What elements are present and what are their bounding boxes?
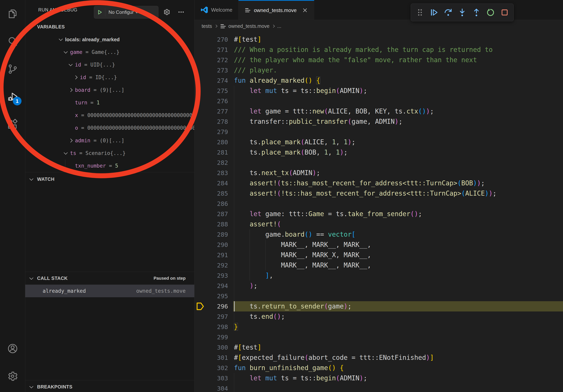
glyph-margin[interactable] (194, 363, 205, 373)
glyph-margin[interactable] (194, 312, 205, 322)
step-over-button[interactable] (443, 7, 453, 18)
glyph-margin[interactable] (194, 137, 205, 147)
glyph-margin[interactable] (194, 75, 205, 86)
continue-button[interactable] (429, 7, 439, 18)
code-line-295[interactable]: 295 (194, 291, 563, 301)
breakpoints-section-header[interactable]: BREAKPOINTS (25, 380, 194, 392)
glyph-margin[interactable] (194, 127, 205, 137)
code-line-276[interactable]: 276 (194, 96, 563, 106)
code-line-297[interactable]: 297 ts.end(); (194, 312, 563, 322)
variables-section-header[interactable]: VARIABLES (25, 21, 194, 33)
glyph-margin[interactable] (194, 229, 205, 240)
variable-row-admin[interactable]: admin = (0)[...] (25, 134, 194, 147)
tab-welcome[interactable]: Welcome (194, 0, 239, 20)
variable-row-id[interactable]: id = UID{...} (25, 58, 194, 71)
code-line-272[interactable]: 272/// the player who made the "false" m… (194, 55, 563, 65)
watch-section-header[interactable]: WATCH (25, 173, 194, 185)
code-line-300[interactable]: 300#[test] (194, 342, 563, 353)
code-line-270[interactable]: 270#[test] (194, 34, 563, 45)
code-line-283[interactable]: 283 ts.next_tx(ADMIN); (194, 168, 563, 178)
drag-handle-button[interactable] (415, 7, 425, 18)
glyph-margin[interactable] (194, 240, 205, 250)
breadcrumb-item[interactable]: ... (277, 23, 281, 29)
glyph-margin[interactable] (194, 270, 205, 281)
debug-configuration-dropdown[interactable]: No Configur (94, 6, 158, 19)
debug-settings-gear-button[interactable] (162, 6, 171, 19)
variable-row-turn[interactable]: turn = 1 (25, 96, 194, 109)
glyph-margin[interactable] (194, 353, 205, 363)
code-line-275[interactable]: 275 let mut ts = ts::begin(ADMIN); (194, 86, 563, 96)
code-line-284[interactable]: 284 assert!(ts::has_most_recent_for_addr… (194, 178, 563, 188)
glyph-margin[interactable] (194, 147, 205, 157)
tree-twisty-down-icon[interactable] (69, 63, 73, 66)
activity-bar-item-accounts[interactable] (0, 335, 25, 362)
code-line-298[interactable]: 298} (194, 322, 563, 332)
code-line-274[interactable]: 274fun already_marked() { (194, 75, 563, 86)
activity-bar-item-search[interactable] (0, 28, 25, 55)
tab-owned-tests-move[interactable]: owned_tests.move (239, 0, 314, 20)
glyph-margin[interactable] (194, 198, 205, 209)
tree-twisty-right-icon[interactable] (74, 76, 77, 79)
glyph-margin[interactable] (194, 106, 205, 117)
glyph-margin[interactable] (194, 332, 205, 342)
glyph-margin[interactable] (194, 117, 205, 127)
tree-twisty-down-icon[interactable] (64, 152, 68, 155)
glyph-margin[interactable] (194, 342, 205, 353)
code-line-286[interactable]: 286 (194, 198, 563, 209)
activity-bar-item-manage[interactable] (0, 362, 25, 390)
tree-twisty-down-icon[interactable] (59, 38, 63, 41)
glyph-margin[interactable] (194, 209, 205, 219)
glyph-margin[interactable] (194, 45, 205, 55)
glyph-margin[interactable] (194, 373, 205, 383)
glyph-margin[interactable] (194, 383, 205, 392)
activity-bar-item-explorer[interactable] (0, 0, 25, 28)
code-line-277[interactable]: 277 let game = ttt::new(ALICE, BOB, KEY,… (194, 106, 563, 117)
glyph-margin[interactable] (194, 65, 205, 75)
code-line-280[interactable]: 280 ts.place_mark(ALICE, 1, 1); (194, 137, 563, 147)
code-line-285[interactable]: 285 assert!(!ts::has_most_recent_for_add… (194, 188, 563, 198)
code-line-304[interactable]: 304 (194, 383, 563, 392)
views-more-actions-button[interactable] (176, 6, 186, 19)
step-out-button[interactable] (471, 7, 482, 18)
code-line-293[interactable]: 293 ], (194, 270, 563, 281)
glyph-margin[interactable] (194, 291, 205, 301)
call-stack-section-header[interactable]: CALL STACK Paused on step (25, 272, 194, 285)
code-line-291[interactable]: 291 MARK__, MARK_X, MARK__, (194, 250, 563, 260)
code-line-288[interactable]: 288 assert!( (194, 219, 563, 229)
activity-bar-item-extensions[interactable] (0, 111, 25, 138)
glyph-margin[interactable] (194, 96, 205, 106)
glyph-margin[interactable] (194, 188, 205, 198)
code-line-296[interactable]: 296 ts.return_to_sender(game); (194, 301, 563, 312)
glyph-margin[interactable] (194, 157, 205, 168)
glyph-margin[interactable] (194, 281, 205, 291)
code-line-289[interactable]: 289 game.board() == vector[ (194, 229, 563, 240)
variable-row-ts[interactable]: ts = Scenario{...} (25, 147, 194, 159)
step-into-button[interactable] (457, 7, 467, 18)
close-icon[interactable] (302, 7, 308, 13)
activity-bar-item-source-control[interactable] (0, 55, 25, 83)
code-line-303[interactable]: 303 let mut ts = ts::begin(ADMIN); (194, 373, 563, 383)
breadcrumb-item[interactable]: owned_tests.move (220, 23, 269, 30)
code-line-301[interactable]: 301#[expected_failure(abort_code = ttt::… (194, 353, 563, 363)
glyph-margin[interactable] (194, 219, 205, 229)
glyph-margin[interactable] (194, 260, 205, 270)
variable-row-game[interactable]: game = Game{...} (25, 46, 194, 58)
activity-bar-item-run-and-debug[interactable]: 1 (0, 83, 25, 111)
code-line-299[interactable]: 299 (194, 332, 563, 342)
glyph-margin[interactable] (194, 178, 205, 188)
restart-button[interactable] (485, 7, 496, 18)
glyph-margin[interactable] (194, 250, 205, 260)
glyph-margin[interactable] (194, 301, 205, 312)
glyph-margin[interactable] (194, 34, 205, 45)
variable-row-x[interactable]: x = 000000000000000000000000000000000000… (25, 109, 194, 122)
code-editor[interactable]: 270#[test]271/// When a position is alre… (194, 32, 563, 392)
code-line-278[interactable]: 278 transfer::public_transfer(game, ADMI… (194, 117, 563, 127)
glyph-margin[interactable] (194, 55, 205, 65)
variable-row-board[interactable]: board = (9)[...] (25, 84, 194, 96)
tree-twisty-right-icon[interactable] (69, 139, 73, 142)
variable-row-txn_number[interactable]: txn_number = 5 (25, 159, 194, 172)
call-stack-frame[interactable]: already_markedowned_tests.move (25, 285, 194, 297)
breadcrumb-item[interactable]: tests (202, 23, 212, 29)
code-line-271[interactable]: 271/// When a position is already marked… (194, 45, 563, 55)
variables-scope-row[interactable]: locals: already_marked (25, 33, 194, 46)
